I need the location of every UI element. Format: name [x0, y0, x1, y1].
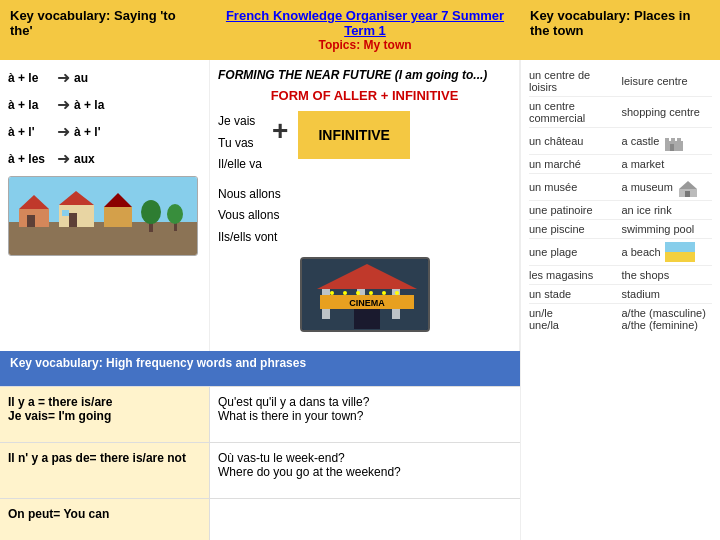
place-english-5: a museum: [622, 177, 713, 197]
place-french-10: un stade: [529, 288, 620, 300]
svg-point-23: [330, 291, 334, 295]
conj-vous: Vous allons: [218, 205, 511, 227]
hfw-cell-left-3: On peut= You can: [0, 498, 210, 540]
place-row-1: un centre de loisirs leisure centre: [529, 66, 712, 97]
plus-icon: +: [272, 115, 288, 147]
right-places-section: un centre de loisirs leisure centre un c…: [520, 60, 720, 540]
vocab-left-2: à + la: [8, 98, 53, 112]
svg-rect-38: [665, 252, 695, 262]
place-french-8: une plage: [529, 246, 620, 258]
svg-point-25: [356, 291, 360, 295]
place-row-4: un marché a market: [529, 155, 712, 174]
place-row-8: une plage a beach: [529, 239, 712, 266]
svg-rect-30: [665, 138, 669, 143]
place-row-3: un château a castle: [529, 128, 712, 155]
forming-title-text: FORMING THE NEAR FUTURE (I am going to..…: [218, 68, 487, 82]
place-english-3: a castle: [622, 131, 713, 151]
place-english-11: a/the (masculine)a/the (feminine): [622, 307, 713, 331]
svg-rect-8: [62, 210, 69, 216]
header-right: Key vocabulary: Places in the town: [520, 0, 720, 60]
hfw-cell-right-2: Où vas-tu le week-end? Where do you go a…: [210, 442, 520, 498]
place-english-4: a market: [622, 158, 713, 170]
vocab-right-4: aux: [74, 152, 95, 166]
vocab-row-3: à + l' ➜ à + l': [8, 122, 201, 141]
hfw-il-y-a: Il y a = there is/are: [8, 395, 201, 409]
svg-rect-20: [354, 307, 380, 329]
museum-icon: [677, 177, 699, 197]
place-english-8: a beach: [622, 242, 713, 262]
place-french-2: un centre commercial: [529, 100, 620, 124]
hfw-question-1: Qu'est qu'il y a dans ta ville?: [218, 395, 369, 409]
vocab-right-3: à + l': [74, 125, 101, 139]
place-french-3: un château: [529, 135, 620, 147]
place-row-9: les magasins the shops: [529, 266, 712, 285]
hfw-row3: On peut= You can: [0, 498, 520, 540]
header-center-title: French Knowledge Organiser year 7 Summer…: [220, 8, 510, 38]
place-french-7: une piscine: [529, 223, 620, 235]
left-vocab-section: à + le ➜ au à + la ➜ à + la à + l' ➜ à +…: [0, 60, 210, 386]
svg-rect-37: [665, 242, 695, 252]
svg-rect-36: [685, 191, 690, 197]
cinema-svg: CINEMA: [302, 259, 430, 332]
hfw-question-1-en: What is there in your town?: [218, 409, 363, 423]
arrow-icon-4: ➜: [57, 149, 70, 168]
vocab-right-2: à + la: [74, 98, 104, 112]
place-french-1: un centre de loisirs: [529, 69, 620, 93]
place-french-4: un marché: [529, 158, 620, 170]
hfw-row2: Il n' y a pas de= there is/are not Où va…: [0, 442, 520, 498]
svg-rect-4: [27, 215, 35, 227]
vocab-left-1: à + le: [8, 71, 53, 85]
conj-il: Il/elle va: [218, 154, 262, 176]
svg-rect-31: [671, 138, 675, 143]
header-left-title: Key vocabulary: Saying 'to the': [10, 8, 176, 38]
form-of-aller-text: FORM OF ALLER + INFINITIVE: [218, 88, 511, 103]
svg-rect-1: [9, 222, 198, 256]
conj-nous: Nous allons: [218, 184, 511, 206]
place-row-11: un/leune/la a/the (masculine)a/the (femi…: [529, 304, 712, 334]
svg-point-26: [369, 291, 373, 295]
infinitive-box: INFINITIVE: [298, 111, 410, 159]
place-english-7: swimming pool: [622, 223, 713, 235]
header-right-title: Key vocabulary: Places in the town: [530, 8, 690, 38]
vocab-left-4: à + les: [8, 152, 53, 166]
hfw-cell-left-1: Il y a = there is/are Je vais= I'm going: [0, 386, 210, 442]
svg-rect-32: [677, 138, 681, 143]
svg-point-28: [395, 291, 399, 295]
arrow-icon-1: ➜: [57, 68, 70, 87]
place-english-2: shopping centre: [622, 106, 713, 118]
place-row-2: un centre commercial shopping centre: [529, 97, 712, 128]
town-svg: [9, 177, 198, 256]
arrow-icon-2: ➜: [57, 95, 70, 114]
hfw-row1: Il y a = there is/are Je vais= I'm going…: [0, 386, 520, 442]
town-illustration: [8, 176, 198, 256]
content-area: à + le ➜ au à + la ➜ à + la à + l' ➜ à +…: [0, 60, 720, 540]
svg-point-24: [343, 291, 347, 295]
vocab-left-3: à + l': [8, 125, 53, 139]
conj-je: Je vais: [218, 111, 262, 133]
place-french-5: un musée: [529, 181, 620, 193]
svg-rect-33: [670, 144, 674, 151]
conj-plural: Nous allons Vous allons Ils/ells vont: [218, 184, 511, 249]
header-center-topics: Topics: My town: [220, 38, 510, 52]
place-english-6: an ice rink: [622, 204, 713, 216]
vocab-row-1: à + le ➜ au: [8, 68, 201, 87]
hfw-cell-right-3: [210, 498, 520, 540]
hfw-header-text: Key vocabulary: High frequency words and…: [10, 356, 306, 370]
place-row-7: une piscine swimming pool: [529, 220, 712, 239]
forming-title: FORMING THE NEAR FUTURE (I am going to..…: [218, 68, 511, 82]
svg-text:CINEMA: CINEMA: [349, 298, 385, 308]
hfw-on-peut: On peut= You can: [8, 507, 109, 521]
place-french-11: un/leune/la: [529, 307, 620, 331]
conj-left: Je vais Tu vas Il/elle va: [218, 111, 262, 176]
place-row-6: une patinoire an ice rink: [529, 201, 712, 220]
place-english-10: stadium: [622, 288, 713, 300]
beach-icon: [665, 242, 695, 262]
center-forming-section: FORMING THE NEAR FUTURE (I am going to..…: [210, 60, 520, 351]
header-left: Key vocabulary: Saying 'to the': [0, 0, 210, 60]
vocab-right-1: au: [74, 71, 88, 85]
infinitive-label: INFINITIVE: [318, 127, 390, 143]
vocab-row-2: à + la ➜ à + la: [8, 95, 201, 114]
place-row-5: un musée a museum: [529, 174, 712, 201]
svg-marker-35: [679, 181, 697, 189]
hfw-je-vais: Je vais= I'm going: [8, 409, 201, 423]
